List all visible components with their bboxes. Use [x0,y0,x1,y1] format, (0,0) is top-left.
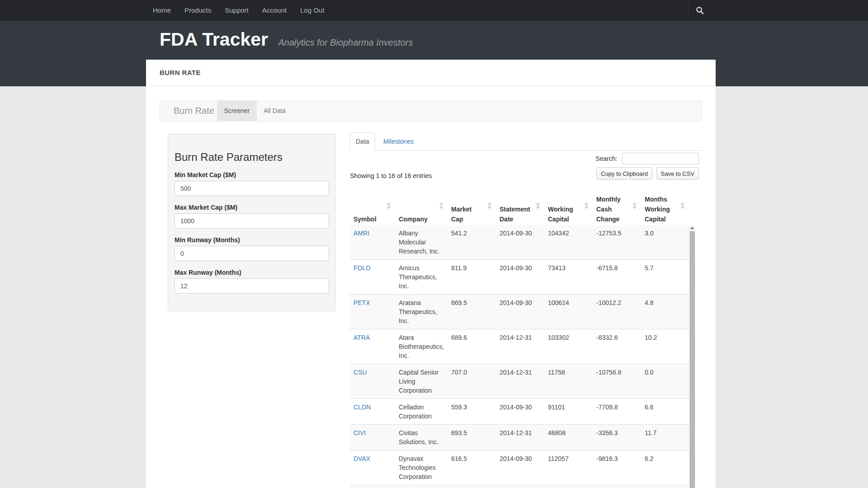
table-row: AMRI Albany Molecular Research, Inc. 541… [350,225,689,260]
max-runway-input[interactable] [175,278,329,294]
scrollbar-up-arrow[interactable] [689,227,694,229]
sort-icon [439,202,443,209]
symbol-link[interactable]: AMRI [354,230,369,237]
content-tabs: Data Milestones [350,132,703,151]
statement-date-cell: 2014-09-30 [496,450,544,485]
navbar-search-button[interactable] [688,0,711,21]
sort-icon [681,202,685,209]
market-cap-cell: 811.9 [448,260,496,295]
column-header-symbol[interactable]: Symbol [350,191,395,228]
monthly-cash-change-cell: -10012.2 [593,295,641,329]
market-cap-cell: 559.3 [448,399,496,425]
working-capital-cell: 11758 [544,364,593,399]
statement-date-cell: 2014-12-31 [496,425,544,450]
search-label: Search: [595,155,617,162]
tab-data[interactable]: Data [350,132,375,151]
min-market-cap-input[interactable] [175,181,329,196]
table-row: CSU Capital Senior Living Corporation 70… [350,364,689,399]
months-working-capital-cell: 5.7 [641,260,689,295]
max-runway-label: Max Runway (Months) [175,269,329,276]
sort-icon [585,202,589,209]
nav-item-products[interactable]: Products [178,0,218,21]
min-runway-label: Min Runway (Months) [175,236,329,244]
company-cell: Atara Biotherapeutics, Inc. [395,329,448,364]
symbol-link[interactable]: CIVI [354,429,366,436]
symbol-link[interactable]: CSU [354,369,367,376]
column-header-market-cap[interactable]: Market Cap [448,191,496,228]
sort-icon [488,202,492,209]
burn-rate-parameters-panel: Burn Rate Parameters Min Market Cap ($M)… [168,134,336,311]
module-brand-burn-rate[interactable]: Burn Rate [174,101,214,121]
table-row: ATRA Atara Biotherapeutics, Inc. 689.6 2… [350,329,689,364]
table-search-input[interactable] [622,153,699,164]
months-working-capital-cell: 0.0 [641,364,689,399]
column-header-label: Company [399,216,428,223]
tab-milestones[interactable]: Milestones [375,132,422,151]
symbol-link[interactable]: CLDN [354,404,371,411]
company-cell: Aratana Therapeutics, Inc. [395,295,448,329]
nav-item-support[interactable]: Support [218,0,255,21]
column-header-months-working-capital[interactable]: Months Working Capital [641,191,689,228]
working-capital-cell: 73413 [544,260,593,295]
table-row: CLDN Celladon Corporation 559.3 2014-09-… [350,399,689,425]
working-capital-cell: 112057 [544,450,593,485]
table-header: Symbol Company Market Cap Statement Date… [350,191,689,228]
months-working-capital-cell: 3.0 [641,225,689,260]
column-header-label: Months Working Capital [645,196,670,223]
scrollbar-thumb[interactable] [690,231,695,488]
module-nav: Burn Rate Screener All Data [160,100,702,122]
company-cell: Albany Molecular Research, Inc. [395,225,448,260]
column-header-monthly-cash-change[interactable]: Monthly Cash Change [593,191,641,228]
company-cell: Capital Senior Living Corporation [395,364,448,399]
tab-all-data[interactable]: All Data [257,101,292,121]
market-cap-cell: 707.0 [448,364,496,399]
market-cap-cell: 689.6 [448,329,496,364]
months-working-capital-cell: 4.8 [641,295,689,329]
top-navbar: Home Products Support Account Log Out [0,0,868,21]
symbol-link[interactable]: DVAX [354,455,370,462]
symbol-link[interactable]: FOLD [354,264,370,272]
table-row-partial [350,485,689,488]
nav-item-home[interactable]: Home [146,0,178,21]
table-search: Search: [595,153,699,164]
company-cell: Celladon Corporation [395,399,448,425]
months-working-capital-cell: 6.2 [641,450,689,485]
statement-date-cell: 2014-09-30 [496,295,544,329]
min-runway-input[interactable] [175,246,329,261]
market-cap-cell: 616.5 [448,450,496,485]
market-cap-cell: 669.5 [448,295,496,329]
search-icon [696,6,704,14]
sort-icon [387,202,391,209]
column-header-statement-date[interactable]: Statement Date [496,191,544,228]
table-body: AMRI Albany Molecular Research, Inc. 541… [350,225,695,488]
working-capital-cell: 103302 [544,329,593,364]
table-scrollbar[interactable] [689,225,695,488]
page-title: BURN RATE [146,60,716,86]
brand-row: FDA Tracker Analytics for Biopharma Inve… [160,29,413,50]
column-header-company[interactable]: Company [395,191,448,228]
column-header-label: Working Capital [548,206,573,223]
symbol-link[interactable]: PETX [354,299,370,306]
symbol-link[interactable]: ATRA [354,334,370,341]
company-cell: Civitas Solutions, Inc. [395,425,448,450]
months-working-capital-cell: 6.6 [641,399,689,425]
min-market-cap-label: Min Market Cap ($M) [175,171,329,178]
column-header-label: Market Cap [451,206,472,223]
table-row: FOLD Amicus Therapeutics, Inc. 811.9 201… [350,260,689,295]
statement-date-cell: 2014-12-31 [496,329,544,364]
copy-to-clipboard-button[interactable]: Copy to Clipboard [596,167,652,180]
sort-icon [536,202,540,209]
table-row: CIVI Civitas Solutions, Inc. 693.5 2014-… [350,425,689,450]
nav-item-account[interactable]: Account [255,0,293,21]
table-row: PETX Aratana Therapeutics, Inc. 669.5 20… [350,295,689,329]
nav-item-logout[interactable]: Log Out [293,0,331,21]
save-to-csv-button[interactable]: Save to CSV [656,167,699,180]
market-cap-cell: 541.2 [448,225,496,260]
monthly-cash-change-cell: -6715.8 [593,260,641,295]
max-market-cap-input[interactable] [175,213,329,229]
company-cell: Amicus Therapeutics, Inc. [395,260,448,295]
working-capital-cell: 91101 [544,399,593,425]
column-header-working-capital[interactable]: Working Capital [544,191,593,228]
tab-screener[interactable]: Screener [217,101,257,121]
statement-date-cell: 2014-12-31 [496,364,544,399]
